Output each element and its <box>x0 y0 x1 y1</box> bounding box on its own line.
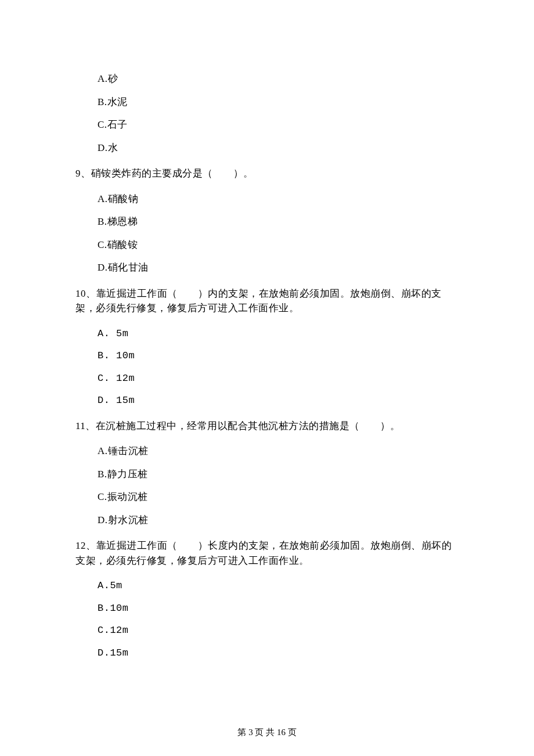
q9-option-c: C.硝酸铵 <box>98 237 459 253</box>
q12-stem: 12、靠近掘进工作面（ ）长度内的支架，在放炮前必须加固。放炮崩倒、崩坏的支架，… <box>75 538 459 568</box>
option-text: B.水泥 <box>98 96 128 107</box>
q8-option-a: A.砂 <box>98 71 459 87</box>
option-text: C.硝酸铵 <box>98 239 138 250</box>
q10-option-c: C. 12m <box>98 371 459 386</box>
option-text: C.石子 <box>98 119 128 130</box>
option-text: C.12m <box>98 625 129 636</box>
q11-stem: 11、在沉桩施工过程中，经常用以配合其他沉桩方法的措施是（ ）。 <box>75 419 459 434</box>
option-text: A.砂 <box>98 73 118 84</box>
option-text: D.15m <box>98 647 129 658</box>
page-footer: 第 3 页 共 16 页 <box>0 726 534 739</box>
q9-option-a: A.硝酸钠 <box>98 192 459 207</box>
q9-option-b: B.梯恩梯 <box>98 214 459 230</box>
q8-option-b: B.水泥 <box>98 95 459 110</box>
option-text: A.硝酸钠 <box>98 193 138 204</box>
q10-stem: 10、靠近掘进工作面（ ）内的支架，在放炮前必须加固。放炮崩倒、崩坏的支架，必须… <box>75 286 459 316</box>
option-text: C. 12m <box>98 373 135 384</box>
option-text: D.射水沉桩 <box>98 514 149 525</box>
option-text: B. 10m <box>98 350 135 361</box>
q11-option-a: A.锤击沉桩 <box>98 444 459 459</box>
q11-option-d: D.射水沉桩 <box>98 513 459 528</box>
option-text: B.静力压桩 <box>98 469 148 480</box>
q8-option-d: D.水 <box>98 141 459 156</box>
option-text: B.梯恩梯 <box>98 216 138 227</box>
option-text: B.10m <box>98 603 129 614</box>
option-text: C.振动沉桩 <box>98 491 148 502</box>
q12-option-b: B.10m <box>98 601 459 616</box>
q8-option-c: C.石子 <box>98 117 459 133</box>
option-text: A.5m <box>98 580 122 591</box>
q10-option-a: A. 5m <box>98 326 459 341</box>
option-text: D.水 <box>98 142 118 153</box>
q12-option-a: A.5m <box>98 578 459 593</box>
option-text: A. 5m <box>98 328 129 339</box>
q9-stem: 9、硝铵类炸药的主要成分是（ ）。 <box>75 166 459 181</box>
q10-option-d: D. 15m <box>98 393 459 408</box>
option-text: A.锤击沉桩 <box>98 445 149 456</box>
q12-option-c: C.12m <box>98 623 459 638</box>
q9-option-d: D.硝化甘油 <box>98 260 459 276</box>
exam-page: A.砂 B.水泥 C.石子 D.水 9、硝铵类炸药的主要成分是（ ）。 A.硝酸… <box>0 0 534 756</box>
option-text: D. 15m <box>98 395 135 406</box>
option-text: D.硝化甘油 <box>98 262 149 273</box>
q11-option-c: C.振动沉桩 <box>98 489 459 505</box>
q12-option-d: D.15m <box>98 646 459 661</box>
q10-option-b: B. 10m <box>98 348 459 363</box>
q11-option-b: B.静力压桩 <box>98 467 459 483</box>
